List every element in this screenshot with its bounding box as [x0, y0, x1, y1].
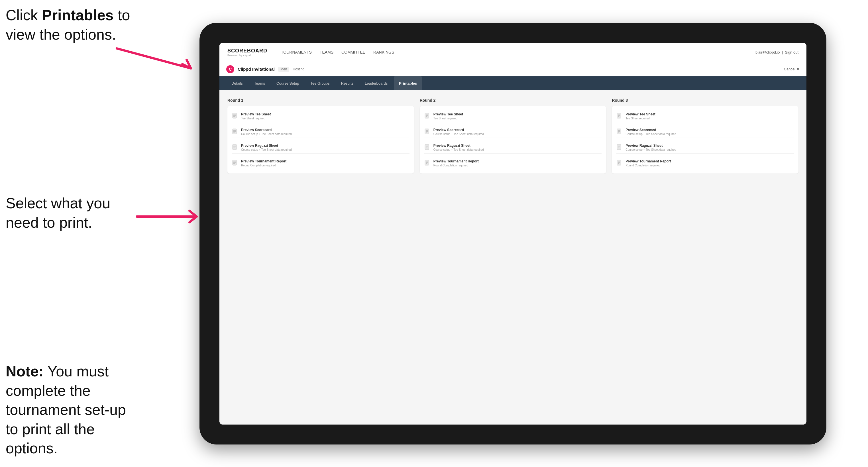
print-item-r1-i2[interactable]: Preview ScorecardCourse setup + Tee Shee…	[232, 126, 409, 138]
tab-teams[interactable]: Teams	[249, 76, 270, 90]
round-card-2: Preview Tee SheetTee Sheet required Prev…	[420, 106, 607, 174]
print-item-subtitle: Course setup + Tee Sheet data required	[433, 132, 484, 136]
print-item-r2-i3[interactable]: Preview Raguzzi SheetCourse setup + Tee …	[424, 142, 602, 154]
round-card-3: Preview Tee SheetTee Sheet required Prev…	[612, 106, 799, 174]
print-item-subtitle: Course setup + Tee Sheet data required	[625, 148, 676, 151]
print-item-r2-i4[interactable]: Preview Tournament ReportRound Completio…	[424, 158, 602, 169]
print-info: Preview Tee SheetTee Sheet required	[625, 112, 655, 120]
print-info: Preview Tee SheetTee Sheet required	[433, 112, 463, 120]
nav-rankings[interactable]: RANKINGS	[373, 50, 394, 55]
user-email: blair@clippd.io	[755, 50, 780, 55]
print-info: Preview ScorecardCourse setup + Tee Shee…	[241, 128, 291, 136]
print-item-title: Preview Tee Sheet	[433, 112, 463, 116]
tablet-device: SCOREBOARD Powered by clippd TOURNAMENTS…	[199, 23, 827, 444]
tab-details[interactable]: Details	[226, 76, 248, 90]
nav-committee[interactable]: COMMITTEE	[341, 50, 365, 55]
annotation-top: Click Printables toview the options.	[6, 6, 130, 44]
print-item-subtitle: Round Completion required	[625, 164, 671, 167]
print-item-r1-i3[interactable]: Preview Raguzzi SheetCourse setup + Tee …	[232, 142, 409, 154]
document-icon	[424, 160, 431, 167]
document-icon	[232, 160, 238, 167]
print-item-subtitle: Round Completion required	[241, 164, 286, 167]
nav-tournaments[interactable]: TOURNAMENTS	[281, 50, 312, 55]
tournament-name: Clippd Invitational	[238, 67, 275, 71]
print-item-r3-i3[interactable]: Preview Raguzzi SheetCourse setup + Tee …	[616, 142, 794, 154]
round-section-2: Round 2 Preview Tee SheetTee Sheet requi…	[420, 98, 607, 174]
document-icon	[232, 144, 238, 152]
nav-teams[interactable]: TEAMS	[320, 50, 333, 55]
tournament-tag: Men	[278, 67, 289, 72]
print-item-r3-i1[interactable]: Preview Tee SheetTee Sheet required	[616, 111, 794, 122]
print-info: Preview Tournament ReportRound Completio…	[625, 159, 671, 167]
print-item-r1-i4[interactable]: Preview Tournament ReportRound Completio…	[232, 158, 409, 169]
print-item-subtitle: Course setup + Tee Sheet data required	[241, 148, 291, 151]
print-item-title: Preview Tee Sheet	[625, 112, 655, 116]
print-info: Preview Tee SheetTee Sheet required	[241, 112, 271, 120]
round-section-3: Round 3 Preview Tee SheetTee Sheet requi…	[612, 98, 799, 174]
round-section-1: Round 1 Preview Tee SheetTee Sheet requi…	[227, 98, 414, 174]
arrow-middle-icon	[131, 202, 211, 231]
scoreboard-logo: SCOREBOARD Powered by clippd	[227, 48, 267, 57]
print-item-subtitle: Course setup + Tee Sheet data required	[433, 148, 484, 151]
round-card-1: Preview Tee SheetTee Sheet required Prev…	[227, 106, 414, 174]
document-icon	[424, 144, 431, 152]
document-icon	[616, 128, 623, 136]
tournament-header: C Clippd Invitational Men Hosting Cancel…	[219, 62, 806, 76]
document-icon	[424, 128, 431, 136]
sign-out-link[interactable]: Sign out	[785, 50, 799, 55]
print-item-title: Preview Raguzzi Sheet	[241, 144, 291, 148]
print-item-r2-i1[interactable]: Preview Tee SheetTee Sheet required	[424, 111, 602, 122]
top-nav-right: blair@clippd.io | Sign out	[755, 50, 799, 55]
print-item-title: Preview Tournament Report	[625, 159, 671, 163]
logo-title: SCOREBOARD	[227, 48, 267, 54]
annotation-bold: Printables	[42, 7, 114, 23]
tablet-screen: SCOREBOARD Powered by clippd TOURNAMENTS…	[219, 43, 806, 425]
print-info: Preview Tournament ReportRound Completio…	[433, 159, 479, 167]
print-item-subtitle: Course setup + Tee Sheet data required	[625, 132, 676, 136]
tab-results[interactable]: Results	[336, 76, 359, 90]
tournament-status: Hosting	[293, 67, 304, 71]
print-info: Preview ScorecardCourse setup + Tee Shee…	[625, 128, 676, 136]
print-item-subtitle: Tee Sheet required	[625, 117, 655, 120]
print-item-r2-i2[interactable]: Preview ScorecardCourse setup + Tee Shee…	[424, 126, 602, 138]
print-item-r3-i2[interactable]: Preview ScorecardCourse setup + Tee Shee…	[616, 126, 794, 138]
cancel-button[interactable]: Cancel ✕	[784, 67, 800, 71]
tournament-logo: C	[226, 65, 234, 73]
print-item-title: Preview Tournament Report	[241, 159, 286, 163]
print-info: Preview Tournament ReportRound Completio…	[241, 159, 286, 167]
round-title-2: Round 2	[420, 98, 607, 102]
print-item-title: Preview Tee Sheet	[241, 112, 271, 116]
print-info: Preview Raguzzi SheetCourse setup + Tee …	[433, 144, 484, 151]
print-item-r3-i4[interactable]: Preview Tournament ReportRound Completio…	[616, 158, 794, 169]
print-item-title: Preview Raguzzi Sheet	[625, 144, 676, 148]
print-item-subtitle: Round Completion required	[433, 164, 479, 167]
document-icon	[616, 113, 623, 120]
round-title-3: Round 3	[612, 98, 799, 102]
rounds-grid: Round 1 Preview Tee SheetTee Sheet requi…	[227, 98, 799, 174]
print-info: Preview Raguzzi SheetCourse setup + Tee …	[241, 144, 291, 151]
tab-course-setup[interactable]: Course Setup	[271, 76, 304, 90]
tab-printables[interactable]: Printables	[394, 76, 422, 90]
print-item-title: Preview Scorecard	[625, 128, 676, 132]
document-icon	[616, 160, 623, 167]
tab-leaderboards[interactable]: Leaderboards	[360, 76, 393, 90]
arrow-top-icon	[111, 43, 208, 77]
print-item-title: Preview Tournament Report	[433, 159, 479, 163]
document-icon	[424, 113, 431, 120]
print-info: Preview ScorecardCourse setup + Tee Shee…	[433, 128, 484, 136]
document-icon	[232, 113, 238, 120]
print-item-subtitle: Course setup + Tee Sheet data required	[241, 132, 291, 136]
print-info: Preview Raguzzi SheetCourse setup + Tee …	[625, 144, 676, 151]
print-item-subtitle: Tee Sheet required	[241, 117, 271, 120]
main-content: Round 1 Preview Tee SheetTee Sheet requi…	[219, 90, 806, 425]
top-nav: SCOREBOARD Powered by clippd TOURNAMENTS…	[219, 43, 806, 62]
logo-subtitle: Powered by clippd	[227, 54, 267, 57]
print-item-r1-i1[interactable]: Preview Tee SheetTee Sheet required	[232, 111, 409, 122]
tab-bar: Details Teams Course Setup Tee Groups Re…	[219, 76, 806, 90]
document-icon	[232, 128, 238, 136]
annotation-middle: Select what you need to print.	[6, 194, 125, 232]
top-nav-links: TOURNAMENTS TEAMS COMMITTEE RANKINGS	[281, 50, 746, 55]
print-item-title: Preview Raguzzi Sheet	[433, 144, 484, 148]
print-item-subtitle: Tee Sheet required	[433, 117, 463, 120]
tab-tee-groups[interactable]: Tee Groups	[306, 76, 335, 90]
